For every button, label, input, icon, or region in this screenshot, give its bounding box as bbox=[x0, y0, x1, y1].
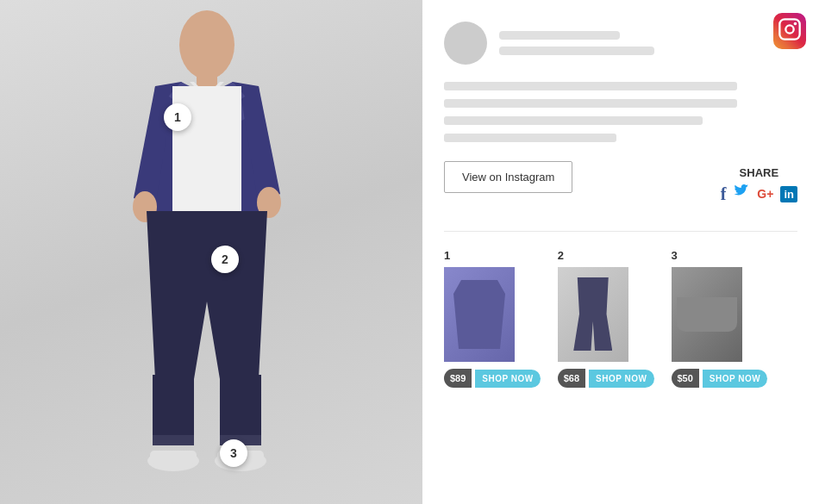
facebook-icon[interactable]: f bbox=[721, 184, 727, 204]
products-row: 1 $89 SHOP NOW 2 $68 SHOP NOW 3 bbox=[444, 249, 797, 388]
person-image bbox=[0, 0, 422, 504]
product-3-image bbox=[672, 267, 742, 362]
desc-line-2 bbox=[444, 99, 737, 108]
avatar bbox=[444, 22, 487, 65]
content-description bbox=[444, 82, 797, 142]
svg-rect-10 bbox=[150, 451, 197, 464]
divider bbox=[444, 231, 797, 232]
svg-rect-7 bbox=[153, 435, 194, 445]
product-item-3: 3 $50 SHOP NOW bbox=[672, 249, 768, 388]
profile-area bbox=[444, 22, 797, 65]
googleplus-icon[interactable]: G+ bbox=[757, 187, 773, 201]
hotspot-2[interactable]: 2 bbox=[211, 246, 239, 273]
instagram-svg bbox=[778, 17, 802, 41]
main-image-panel: 1 2 3 bbox=[0, 0, 422, 504]
product-1-price-row: $89 SHOP NOW bbox=[444, 369, 541, 388]
hotspot-3[interactable]: 3 bbox=[220, 439, 247, 467]
product-2-shop-now[interactable]: SHOP NOW bbox=[589, 370, 653, 388]
jacket-icon bbox=[453, 280, 505, 349]
product-2-image bbox=[558, 267, 628, 362]
profile-handle-line bbox=[499, 47, 654, 55]
jeans-icon bbox=[573, 277, 612, 351]
product-3-shop-now[interactable]: SHOP NOW bbox=[703, 370, 767, 388]
desc-line-3 bbox=[444, 116, 703, 125]
svg-point-14 bbox=[785, 25, 793, 33]
product-1-shop-now[interactable]: SHOP NOW bbox=[475, 370, 540, 388]
product-3-price-row: $50 SHOP NOW bbox=[672, 369, 768, 388]
instagram-icon-container[interactable] bbox=[773, 13, 806, 49]
share-section: SHARE f G+ in bbox=[721, 166, 797, 204]
product-3-number: 3 bbox=[672, 249, 678, 262]
desc-line-1 bbox=[444, 82, 737, 90]
linkedin-icon[interactable]: in bbox=[780, 186, 797, 202]
svg-point-15 bbox=[794, 22, 797, 25]
hotspot-1[interactable]: 1 bbox=[164, 103, 191, 131]
twitter-icon[interactable] bbox=[733, 184, 750, 203]
shoes-icon bbox=[677, 297, 737, 332]
product-item-1: 1 $89 SHOP NOW bbox=[444, 249, 541, 388]
svg-rect-6 bbox=[220, 375, 261, 444]
view-instagram-button[interactable]: View on Instagram bbox=[444, 161, 572, 193]
right-panel: View on Instagram SHARE f G+ in 1 bbox=[422, 0, 819, 504]
product-2-number: 2 bbox=[558, 249, 564, 262]
product-3-price: $50 bbox=[672, 369, 699, 388]
product-item-2: 2 $68 SHOP NOW bbox=[558, 249, 654, 388]
share-label: SHARE bbox=[740, 166, 779, 179]
social-icons: f G+ in bbox=[721, 184, 797, 204]
profile-name-line bbox=[499, 31, 620, 40]
svg-point-0 bbox=[179, 10, 234, 79]
svg-rect-5 bbox=[153, 375, 194, 444]
person-svg bbox=[69, 0, 345, 491]
product-2-price-row: $68 SHOP NOW bbox=[558, 369, 654, 388]
profile-text bbox=[499, 31, 654, 55]
product-1-price: $89 bbox=[444, 369, 472, 388]
desc-line-4 bbox=[444, 134, 616, 142]
svg-rect-13 bbox=[779, 19, 799, 39]
instagram-icon[interactable] bbox=[773, 13, 806, 49]
product-1-number: 1 bbox=[444, 249, 450, 262]
product-1-image bbox=[444, 267, 515, 362]
product-2-price: $68 bbox=[558, 369, 585, 388]
